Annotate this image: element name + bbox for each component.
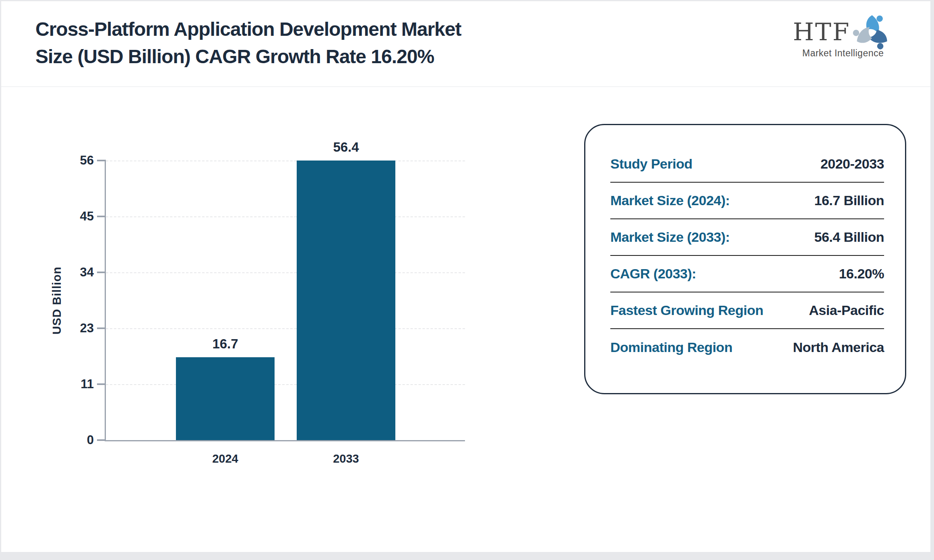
- bar-value-2033: 56.4: [297, 140, 395, 155]
- panel-row-value: North America: [793, 340, 884, 355]
- gridline: [106, 272, 465, 273]
- panel-row-value: 56.4 Billion: [814, 229, 884, 245]
- y-tick-mark: [97, 160, 106, 161]
- bar-2024: [176, 357, 275, 440]
- panel-row-label: Market Size (2033):: [610, 229, 730, 245]
- y-tick-label: 11: [81, 377, 94, 391]
- panel-row-value: Asia-Pacific: [809, 303, 884, 318]
- bar-chart-plot-area: 56 45 34 23 11 0 USD Billion 16.7 2024 5…: [105, 161, 465, 441]
- frame-top: [0, 0, 934, 1]
- bar-value-2024: 16.7: [176, 336, 275, 352]
- y-tick-mark: [97, 327, 106, 329]
- bar-group-2024: 16.7 2024: [176, 161, 275, 440]
- frame-right: [930, 0, 934, 560]
- gridline: [106, 384, 465, 385]
- panel-row-value: 16.7 Billion: [814, 193, 884, 208]
- y-tick-mark: [97, 439, 106, 441]
- panel-row-cagr: CAGR (2033): 16.20%: [610, 256, 884, 292]
- x-tick-label-2033: 2033: [297, 452, 395, 465]
- htf-logo-row: HTF: [793, 12, 893, 54]
- page-title: Cross-Platform Application Development M…: [35, 16, 461, 70]
- panel-row-study-period: Study Period 2020-2033: [610, 146, 884, 183]
- panel-row-market-size-2033: Market Size (2033): 56.4 Billion: [610, 219, 884, 256]
- y-tick-label: 0: [87, 433, 94, 447]
- frame-bottom: [0, 552, 934, 560]
- y-tick-label: 45: [80, 209, 94, 224]
- y-tick-mark: [97, 272, 106, 273]
- x-tick-label-2024: 2024: [176, 452, 275, 465]
- bar-2033: [297, 161, 395, 440]
- frame-left: [0, 0, 1, 560]
- panel-row-label: Dominating Region: [610, 340, 732, 355]
- y-tick-mark: [97, 383, 106, 385]
- panel-row-label: Fastest Growing Region: [610, 303, 763, 318]
- page-title-line1: Cross-Platform Application Development M…: [35, 16, 461, 43]
- panel-row-fastest-growing-region: Fastest Growing Region Asia-Pacific: [610, 292, 884, 329]
- page-title-line2: Size (USD Billion) CAGR Growth Rate 16.2…: [35, 43, 461, 70]
- panel-row-value: 16.20%: [839, 266, 884, 282]
- panel-row-market-size-2024: Market Size (2024): 16.7 Billion: [610, 183, 884, 219]
- y-tick-label: 34: [80, 265, 94, 280]
- gridline: [106, 328, 465, 329]
- y-tick-label: 23: [80, 321, 94, 336]
- panel-row-label: Market Size (2024):: [610, 193, 730, 208]
- key-facts-panel: Study Period 2020-2033 Market Size (2024…: [584, 124, 906, 394]
- gridline: [106, 161, 465, 161]
- y-tick-label: 56: [80, 153, 94, 168]
- y-axis-title: USD Billion: [50, 266, 64, 334]
- htf-logo-caption: Market Intelligence: [793, 48, 893, 59]
- panel-row-value: 2020-2033: [820, 156, 884, 172]
- gridline: [106, 216, 465, 217]
- htf-logo: HTF Market Intelligence: [793, 12, 893, 76]
- three-figures-swirl-icon: [851, 12, 893, 54]
- header: Cross-Platform Application Development M…: [1, 1, 930, 87]
- panel-row-label: CAGR (2033):: [610, 266, 696, 282]
- panel-row-dominating-region: Dominating Region North America: [610, 329, 884, 366]
- htf-logo-text: HTF: [793, 12, 851, 52]
- bar-group-2033: 56.4 2033: [297, 161, 395, 440]
- panel-row-label: Study Period: [610, 156, 692, 172]
- y-tick-mark: [97, 216, 106, 217]
- report-page: Cross-Platform Application Development M…: [0, 0, 934, 560]
